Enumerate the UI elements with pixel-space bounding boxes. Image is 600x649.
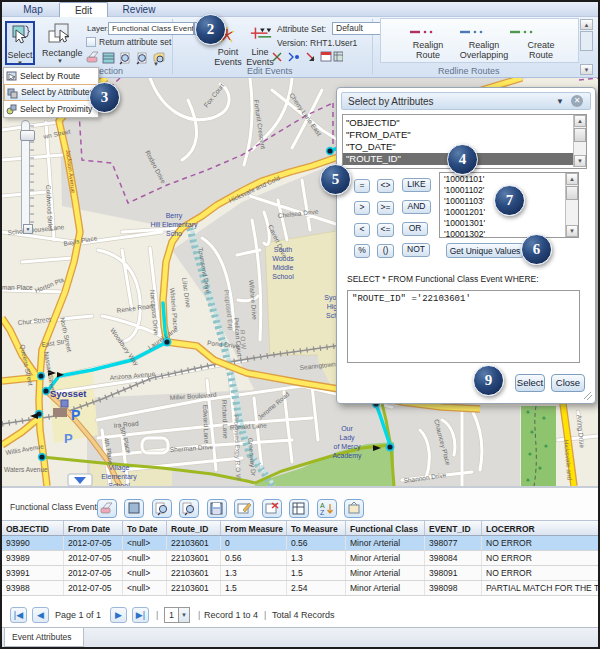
svg-text:Hill Elementary: Hill Elementary [150,221,198,229]
svg-text:Elementary: Elementary [101,473,137,481]
svg-text:Woods: Woods [272,255,294,262]
svg-text:P: P [64,431,73,446]
svg-text:Academy: Academy [332,452,362,460]
svg-text:of Mercy: of Mercy [334,443,361,451]
svg-text:Middle: Middle [273,264,294,271]
svg-text:♠: ♠ [544,442,548,449]
svg-text:man Place: man Place [2,284,33,291]
svg-text:Z: Z [320,509,325,516]
svg-text:Lady: Lady [339,434,355,442]
svg-text:♠: ♠ [538,464,542,471]
svg-text:Waters Avenue: Waters Avenue [4,466,48,473]
svg-text:P: P [71,407,80,423]
svg-text:Edward Lane: Edward Lane [202,405,210,444]
svg-text:♠: ♠ [526,476,530,483]
svg-text:Richard Lane: Richard Lane [221,400,229,439]
svg-text:♠: ♠ [528,450,532,457]
svg-text:Syosset: Syosset [50,388,87,399]
svg-text:A: A [320,502,325,509]
svg-text:Berry: Berry [166,212,183,220]
svg-text:♠: ♠ [526,408,530,415]
svg-text:♠: ♠ [530,428,534,435]
svg-text:School: School [272,273,294,280]
svg-text:♠: ♠ [542,414,546,421]
svg-text:South: South [274,246,292,253]
svg-text:Scho: Scho [166,230,182,237]
svg-text:Village: Village [109,464,130,472]
svg-text:Our: Our [341,425,353,432]
